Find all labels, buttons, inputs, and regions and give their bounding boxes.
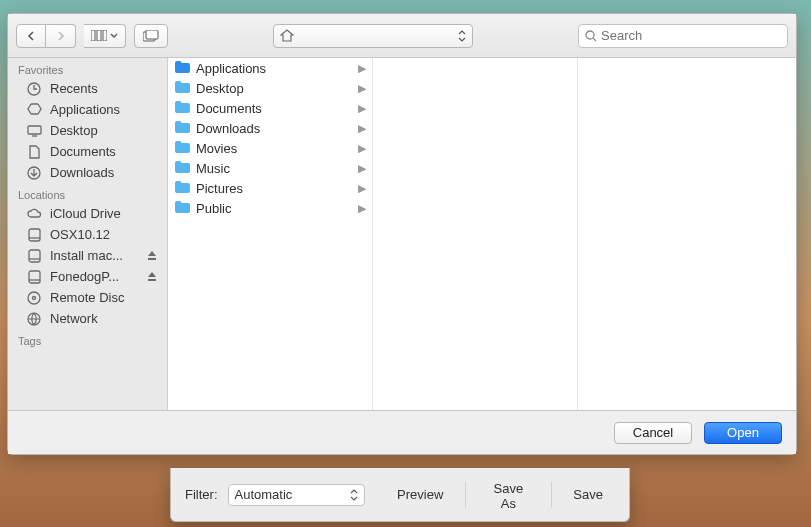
sidebar-item[interactable]: Desktop bbox=[8, 120, 167, 141]
folder-icon bbox=[174, 140, 190, 156]
browser-column[interactable]: Applications▶Desktop▶Documents▶Downloads… bbox=[168, 58, 373, 410]
svg-rect-18 bbox=[148, 279, 156, 281]
svg-rect-8 bbox=[28, 126, 41, 134]
disk-icon bbox=[26, 270, 42, 284]
folder-label: Applications bbox=[196, 61, 266, 76]
sidebar-item[interactable]: iCloud Drive bbox=[8, 203, 167, 224]
chevron-right-icon: ▶ bbox=[358, 122, 366, 135]
sidebar-item-label: Downloads bbox=[50, 165, 114, 180]
divider bbox=[551, 482, 552, 508]
folder-row[interactable]: Downloads▶ bbox=[168, 118, 372, 138]
disk-icon bbox=[26, 228, 42, 242]
svg-rect-15 bbox=[148, 258, 156, 260]
open-button[interactable]: Open bbox=[704, 422, 782, 444]
eject-icon[interactable] bbox=[147, 250, 157, 261]
documents-icon bbox=[26, 145, 42, 159]
sidebar-item[interactable]: Network bbox=[8, 308, 167, 329]
folder-row[interactable]: Music▶ bbox=[168, 158, 372, 178]
sidebar-item-label: iCloud Drive bbox=[50, 206, 121, 221]
folder-label: Public bbox=[196, 201, 231, 216]
folder-label: Movies bbox=[196, 141, 237, 156]
sidebar-item-label: FonedogP... bbox=[50, 269, 119, 284]
sidebar[interactable]: FavoritesRecentsApplicationsDesktopDocum… bbox=[8, 58, 168, 410]
svg-point-20 bbox=[33, 296, 36, 299]
folder-row[interactable]: Desktop▶ bbox=[168, 78, 372, 98]
folder-row[interactable]: Pictures▶ bbox=[168, 178, 372, 198]
sidebar-item[interactable]: Documents bbox=[8, 141, 167, 162]
column-view-icon bbox=[91, 30, 107, 41]
sidebar-header: Favorites bbox=[8, 58, 167, 78]
sidebar-item-label: Documents bbox=[50, 144, 116, 159]
open-file-dialog: FavoritesRecentsApplicationsDesktopDocum… bbox=[7, 13, 797, 455]
sidebar-item-label: Remote Disc bbox=[50, 290, 124, 305]
folder-label: Desktop bbox=[196, 81, 244, 96]
sidebar-item-label: Applications bbox=[50, 102, 120, 117]
search-field[interactable] bbox=[578, 24, 788, 48]
folder-label: Documents bbox=[196, 101, 262, 116]
home-icon bbox=[280, 29, 294, 42]
browser-column[interactable] bbox=[373, 58, 578, 410]
folder-row[interactable]: Applications▶ bbox=[168, 58, 372, 78]
save-as-button[interactable]: Save As bbox=[476, 481, 540, 509]
svg-rect-16 bbox=[29, 271, 40, 283]
sidebar-item[interactable]: Remote Disc bbox=[8, 287, 167, 308]
folder-row[interactable]: Documents▶ bbox=[168, 98, 372, 118]
svg-rect-13 bbox=[29, 250, 40, 262]
clock-icon bbox=[26, 82, 42, 96]
path-dropdown[interactable] bbox=[273, 24, 473, 48]
chevron-right-icon: ▶ bbox=[358, 62, 366, 75]
sidebar-item[interactable]: OSX10.12 bbox=[8, 224, 167, 245]
sidebar-item[interactable]: Downloads bbox=[8, 162, 167, 183]
group-button[interactable] bbox=[134, 24, 168, 48]
cloud-icon bbox=[26, 208, 42, 219]
chevron-right-icon: ▶ bbox=[358, 202, 366, 215]
sidebar-item[interactable]: Install mac... bbox=[8, 245, 167, 266]
sidebar-header: Locations bbox=[8, 183, 167, 203]
folder-icon bbox=[174, 200, 190, 216]
svg-line-6 bbox=[593, 38, 596, 41]
svg-rect-4 bbox=[146, 30, 158, 39]
svg-rect-2 bbox=[103, 30, 107, 41]
search-input[interactable] bbox=[601, 28, 781, 43]
folder-icon bbox=[174, 120, 190, 136]
forward-button[interactable] bbox=[46, 24, 76, 48]
search-icon bbox=[585, 30, 597, 42]
svg-rect-0 bbox=[91, 30, 95, 41]
updown-icon bbox=[458, 30, 466, 42]
column-browser: Applications▶Desktop▶Documents▶Downloads… bbox=[168, 58, 796, 410]
toolbar bbox=[8, 14, 796, 58]
filter-label: Filter: bbox=[185, 487, 218, 502]
sidebar-item[interactable]: Applications bbox=[8, 99, 167, 120]
svg-point-19 bbox=[28, 292, 40, 304]
svg-rect-1 bbox=[97, 30, 101, 41]
folder-label: Downloads bbox=[196, 121, 260, 136]
nav-buttons bbox=[16, 24, 76, 48]
dialog-footer: Cancel Open bbox=[8, 410, 796, 454]
chevron-right-icon: ▶ bbox=[358, 162, 366, 175]
save-button[interactable]: Save bbox=[561, 481, 615, 509]
chevron-right-icon: ▶ bbox=[358, 182, 366, 195]
apps-icon bbox=[26, 103, 42, 116]
chevron-right-icon: ▶ bbox=[358, 142, 366, 155]
folder-icon bbox=[174, 60, 190, 76]
browser-column[interactable] bbox=[578, 58, 796, 410]
back-button[interactable] bbox=[16, 24, 46, 48]
folder-row[interactable]: Public▶ bbox=[168, 198, 372, 218]
globe-icon bbox=[26, 312, 42, 326]
chevron-right-icon: ▶ bbox=[358, 82, 366, 95]
sidebar-item[interactable]: Recents bbox=[8, 78, 167, 99]
folder-icon bbox=[174, 100, 190, 116]
desktop-icon bbox=[26, 125, 42, 137]
filter-dropdown[interactable]: Automatic bbox=[228, 484, 366, 506]
preview-button[interactable]: Preview bbox=[385, 481, 455, 509]
folder-row[interactable]: Movies▶ bbox=[168, 138, 372, 158]
sidebar-item-label: Install mac... bbox=[50, 248, 123, 263]
sidebar-item[interactable]: FonedogP... bbox=[8, 266, 167, 287]
divider bbox=[465, 482, 466, 508]
folder-icon bbox=[174, 160, 190, 176]
cancel-button[interactable]: Cancel bbox=[614, 422, 692, 444]
view-mode-button[interactable] bbox=[84, 24, 126, 48]
sidebar-item-label: Network bbox=[50, 311, 98, 326]
sidebar-header: Tags bbox=[8, 329, 167, 349]
eject-icon[interactable] bbox=[147, 271, 157, 282]
